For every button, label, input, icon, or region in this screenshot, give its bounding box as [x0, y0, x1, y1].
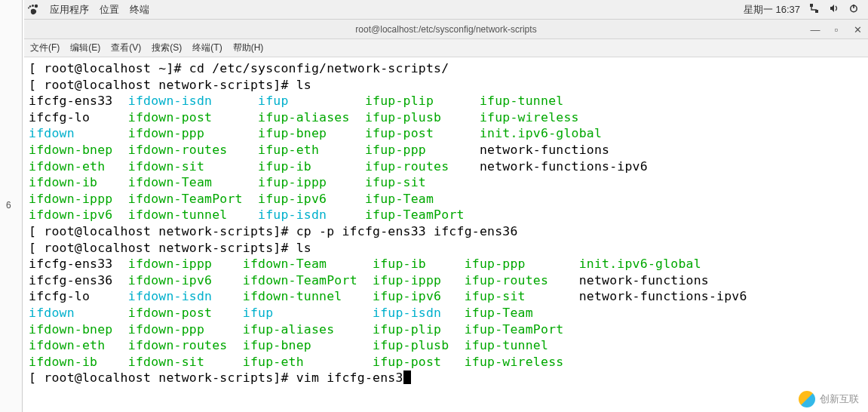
window-titlebar[interactable]: root@localhost:/etc/sysconfig/network-sc…	[24, 20, 868, 39]
gnome-foot-icon	[27, 4, 39, 16]
svg-rect-4	[810, 4, 813, 7]
topbar-terminal[interactable]: 终端	[130, 3, 149, 17]
gnome-topbar: 应用程序 位置 终端 星期一 16:37	[24, 0, 868, 20]
prompt: [ root@localhost ~]#	[29, 61, 189, 75]
watermark-text: 创新互联	[820, 392, 859, 406]
menu-terminal[interactable]: 终端(T)	[192, 42, 222, 54]
minimize-button[interactable]: —	[809, 23, 821, 35]
svg-point-0	[35, 4, 38, 7]
volume-icon[interactable]	[829, 3, 839, 16]
svg-point-2	[29, 5, 31, 7]
cmd: cd /etc/sysconfig/network-scripts/	[189, 61, 449, 75]
svg-point-3	[28, 7, 29, 8]
maximize-button[interactable]: ▫	[830, 23, 842, 35]
editor-gutter: 6	[0, 0, 23, 412]
menu-help[interactable]: 帮助(H)	[233, 42, 264, 54]
window-title: root@localhost:/etc/sysconfig/network-sc…	[355, 24, 536, 35]
line-number: 6	[6, 200, 11, 211]
terminal-window: 应用程序 位置 终端 星期一 16:37 root@localhost:/etc…	[24, 0, 868, 412]
topbar-applications[interactable]: 应用程序	[50, 3, 89, 17]
cursor-block	[403, 370, 411, 384]
ls-listing-1: ifcfg-ens33 ifdown-isdn ifup ifup-plip i…	[29, 94, 648, 222]
cmd: ls	[296, 78, 311, 92]
prompt: [ root@localhost network-scripts]#	[29, 370, 296, 385]
ls-listing-2: ifcfg-ens33 ifdown-ippp ifdown-Team ifup…	[29, 257, 747, 369]
prompt: [ root@localhost network-scripts]#	[29, 78, 296, 92]
watermark: 创新互联	[799, 391, 859, 407]
menu-edit[interactable]: 编辑(E)	[70, 42, 100, 54]
close-button[interactable]: ✕	[851, 23, 863, 35]
topbar-places[interactable]: 位置	[100, 3, 119, 17]
svg-point-1	[32, 5, 34, 7]
app-menubar: 文件(F) 编辑(E) 查看(V) 搜索(S) 终端(T) 帮助(H)	[24, 39, 868, 57]
menu-search[interactable]: 搜索(S)	[152, 42, 182, 54]
watermark-logo-icon	[799, 391, 815, 407]
cmd: vim ifcfg-ens3	[296, 370, 403, 385]
cmd: ls	[296, 241, 311, 255]
network-icon[interactable]	[809, 3, 820, 16]
cmd: cp -p ifcfg-ens33 ifcfg-ens36	[296, 224, 518, 238]
menu-view[interactable]: 查看(V)	[111, 42, 141, 54]
prompt: [ root@localhost network-scripts]#	[29, 224, 296, 238]
terminal-output[interactable]: [ root@localhost ~]# cd /etc/sysconfig/n…	[24, 57, 868, 388]
menu-file[interactable]: 文件(F)	[30, 42, 60, 54]
prompt: [ root@localhost network-scripts]#	[29, 241, 296, 255]
topbar-clock[interactable]: 星期一 16:37	[744, 3, 800, 17]
power-icon[interactable]	[848, 3, 859, 16]
